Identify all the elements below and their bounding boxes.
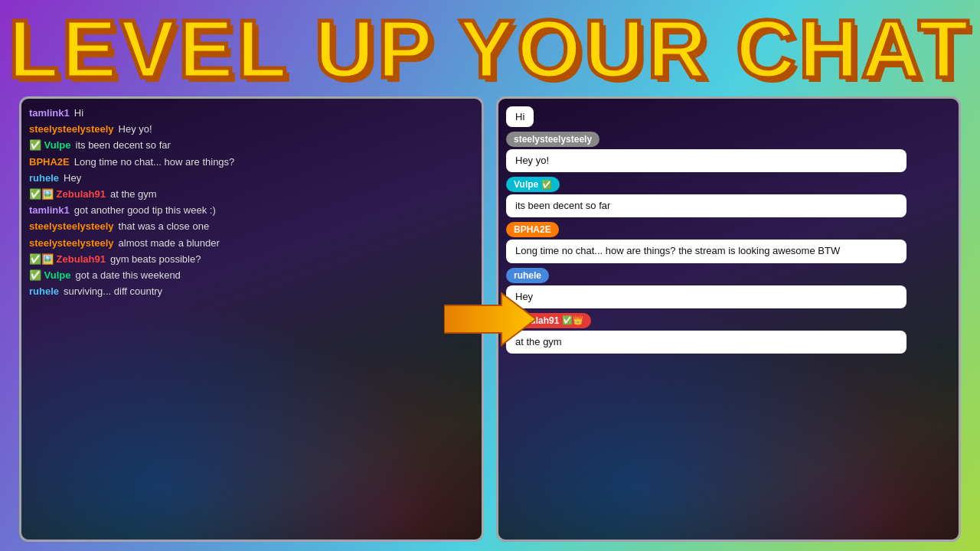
list-item: BPHA2ELong time no chat... how are thing… [29,155,474,169]
list-item: ✅ Vulpegot a date this weekend [29,269,474,282]
username-badge: Vulpe ✅ [506,177,560,192]
svg-marker-0 [444,293,536,345]
chat-username: ✅🖼️ Zebulah91 [29,187,106,201]
main-container: LEVEL UP YOUR CHAT tamlink1Histeelysteel… [0,0,980,551]
badge-icons: ✅👑 [562,315,583,325]
chat-text: Hey yo! [119,122,152,136]
chat-text: that was a close one [119,220,210,233]
hi-bubble: Hi [506,106,534,127]
chat-text: surviving... diff country [64,285,162,298]
chat-username: steelysteelysteely [29,220,114,233]
chat-username: ruhele [29,171,59,185]
chat-text: almost made a blunder [119,236,220,250]
chat-bubble-group: Vulpe ✅its been decent so far [506,177,951,217]
chat-username: ruhele [29,285,59,298]
badge-username: BPHA2E [514,224,551,235]
username-badge: steelysteelysteely [506,132,599,147]
left-panel: tamlink1HisteelysteelysteelyHey yo!✅ Vul… [19,96,484,542]
chat-text: got another good tip this week :) [74,204,216,217]
chat-bubble-group: BPHA2ELong time no chat... how are thing… [506,222,951,262]
right-chat: HisteelysteelysteelyHey yo!Vulpe ✅its be… [506,106,951,354]
list-item: ✅ Vulpeits been decent so far [29,139,474,152]
chat-bubble-group: ruheleHey [506,268,951,308]
chat-text: Hi [74,106,83,120]
badge-icons: ✅ [541,180,552,190]
chat-username: ✅ Vulpe [29,139,71,152]
chat-bubble-group: Zebulah91 ✅👑at the gym [506,313,951,354]
chat-username: ✅🖼️ Zebulah91 [29,253,106,266]
chat-text: got a date this weekend [76,269,181,282]
badge-username: Vulpe [514,179,538,190]
badge-username: ruhele [514,270,541,281]
list-item: steelysteelysteelyHey yo! [29,122,474,136]
page-title: LEVEL UP YOUR CHAT [8,8,972,90]
list-item: ✅🖼️ Zebulah91gym beats possible? [29,253,474,266]
panels-row: tamlink1HisteelysteelysteelyHey yo!✅ Vul… [19,96,961,542]
message-bubble: at the gym [506,331,906,354]
chat-text: at the gym [110,187,157,201]
chat-username: BPHA2E [29,155,70,169]
chat-username: tamlink1 [29,204,70,217]
chat-username: steelysteelysteely [29,122,114,136]
username-badge: ruhele [506,268,549,283]
list-item: ruheleHey [29,171,474,185]
chat-username: tamlink1 [29,106,70,120]
username-badge: BPHA2E [506,222,559,237]
chat-bubble-group: steelysteelysteelyHey yo! [506,132,951,172]
message-bubble: its been decent so far [506,194,906,217]
message-bubble: Hey [506,285,906,308]
list-item: steelysteelysteelyalmost made a blunder [29,236,474,250]
left-chat: tamlink1HisteelysteelysteelyHey yo!✅ Vul… [29,106,474,298]
bg-glow-left [21,275,482,540]
badge-username: steelysteelysteely [514,134,592,145]
right-panel: HisteelysteelysteelyHey yo!Vulpe ✅its be… [496,96,961,542]
list-item: steelysteelysteelythat was a close one [29,220,474,233]
chat-text: gym beats possible? [110,253,201,266]
chat-text: Hey [64,171,81,185]
message-bubble: Hey yo! [506,149,906,172]
list-item: tamlink1Hi [29,106,474,120]
chat-text: its been decent so far [76,139,171,152]
arrow-icon [444,289,536,350]
list-item: ruhelesurviving... diff country [29,285,474,298]
arrow-container [444,289,536,350]
chat-username: ✅ Vulpe [29,269,71,282]
list-item: ✅🖼️ Zebulah91at the gym [29,187,474,201]
chat-text: Long time no chat... how are things? [74,155,235,169]
chat-username: steelysteelysteely [29,236,114,250]
list-item: tamlink1got another good tip this week :… [29,204,474,217]
message-bubble: Long time no chat... how are things? the… [506,240,906,262]
